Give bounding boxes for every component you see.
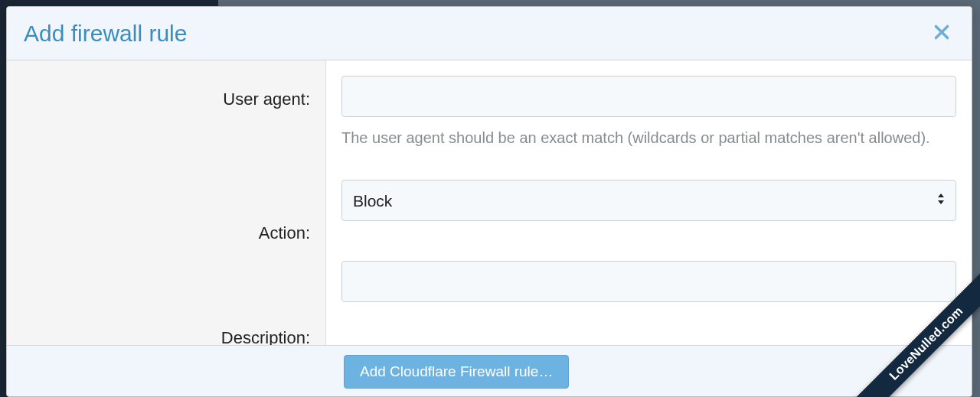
add-rule-button[interactable]: Add Cloudflare Firewall rule… <box>344 355 569 389</box>
label-row-description: Description: Optional <box>7 327 310 345</box>
label-row-action: Action: <box>7 217 310 296</box>
close-button[interactable] <box>929 19 955 47</box>
description-input[interactable] <box>341 261 956 302</box>
close-icon <box>932 22 952 44</box>
action-select-wrap: Block <box>341 180 956 221</box>
modal-footer: Add Cloudflare Firewall rule… <box>7 345 972 396</box>
input-row-user-agent: The user agent should be an exact match … <box>341 76 956 148</box>
modal-header: Add firewall rule <box>7 7 972 60</box>
user-agent-label: User agent: <box>223 89 310 109</box>
user-agent-input[interactable] <box>341 76 956 117</box>
action-select[interactable]: Block <box>341 180 956 221</box>
action-label: Action: <box>259 223 310 242</box>
label-column: User agent: Action: Description: Optiona… <box>7 60 326 345</box>
input-column: The user agent should be an exact match … <box>326 60 972 345</box>
label-row-user-agent: User agent: <box>7 83 310 187</box>
input-row-action: Block <box>341 180 956 221</box>
modal-body: User agent: Action: Description: Optiona… <box>7 60 972 345</box>
modal-title: Add firewall rule <box>24 21 187 47</box>
user-agent-helper: The user agent should be an exact match … <box>341 128 956 148</box>
input-row-description <box>341 261 956 302</box>
description-label: Description: <box>221 328 310 345</box>
add-firewall-rule-modal: Add firewall rule User agent: Action: De… <box>6 6 972 397</box>
